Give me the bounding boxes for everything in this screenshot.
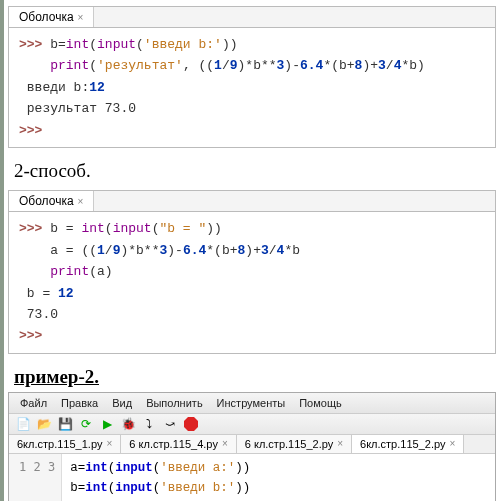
- menu-bar: Файл Правка Вид Выполнить Инструменты По…: [9, 393, 495, 414]
- shell1-tab-row: Оболочка ×: [9, 7, 495, 28]
- menu-view[interactable]: Вид: [105, 395, 139, 411]
- menu-tools[interactable]: Инструменты: [210, 395, 293, 411]
- close-icon[interactable]: ×: [337, 438, 343, 449]
- menu-run[interactable]: Выполнить: [139, 395, 209, 411]
- file-tab-row: 6кл.стр.115_1.py× 6 кл.стр.115_4.py× 6 к…: [9, 435, 495, 454]
- shell-block-1: Оболочка × >>> b=int(input('введи b:')) …: [8, 6, 496, 148]
- file-tab-0[interactable]: 6кл.стр.115_1.py×: [9, 435, 121, 453]
- line-gutter: 1 2 3: [9, 454, 62, 501]
- code-editor: Файл Правка Вид Выполнить Инструменты По…: [8, 392, 496, 501]
- close-icon[interactable]: ×: [78, 196, 84, 207]
- editor-body: 1 2 3 a=int(input('введи a:')) b=int(inp…: [9, 454, 495, 501]
- close-icon[interactable]: ×: [107, 438, 113, 449]
- prompt: >>>: [19, 37, 42, 52]
- close-icon[interactable]: ×: [222, 438, 228, 449]
- new-file-icon[interactable]: 📄: [15, 416, 31, 432]
- shell2-content: >>> b = int(input("b = ")) a = ((1/9)*b*…: [9, 212, 495, 353]
- shell2-tab-label: Оболочка: [19, 194, 74, 208]
- stop-icon[interactable]: [183, 416, 199, 432]
- step-icon[interactable]: ⤵: [141, 416, 157, 432]
- heading-method-2: 2-способ.: [4, 154, 500, 184]
- toolbar: 📄 📂 💾 ⟳ ▶ 🐞 ⤵ ⤻: [9, 414, 495, 435]
- step-over-icon[interactable]: ⤻: [162, 416, 178, 432]
- file-tab-3[interactable]: 6кл.стр.115_2.ру×: [352, 435, 464, 453]
- run-icon[interactable]: ▶: [99, 416, 115, 432]
- shell2-tab[interactable]: Оболочка ×: [9, 191, 94, 211]
- file-tab-1[interactable]: 6 кл.стр.115_4.py×: [121, 435, 236, 453]
- shell-block-2: Оболочка × >>> b = int(input("b = ")) a …: [8, 190, 496, 354]
- menu-edit[interactable]: Правка: [54, 395, 105, 411]
- menu-file[interactable]: Файл: [13, 395, 54, 411]
- shell1-tab-label: Оболочка: [19, 10, 74, 24]
- file-tab-2[interactable]: 6 кл.стр.115_2.ру×: [237, 435, 352, 453]
- close-icon[interactable]: ×: [449, 438, 455, 449]
- shell1-content: >>> b=int(input('введи b:')) print('резу…: [9, 28, 495, 147]
- save-icon[interactable]: 💾: [57, 416, 73, 432]
- shell1-tab[interactable]: Оболочка ×: [9, 7, 94, 27]
- menu-help[interactable]: Помощь: [292, 395, 349, 411]
- prompt: >>>: [19, 123, 42, 138]
- refresh-icon[interactable]: ⟳: [78, 416, 94, 432]
- svg-marker-0: [184, 417, 198, 431]
- open-file-icon[interactable]: 📂: [36, 416, 52, 432]
- heading-example-2: пример-2.: [4, 360, 500, 390]
- shell2-tab-row: Оболочка ×: [9, 191, 495, 212]
- debug-icon[interactable]: 🐞: [120, 416, 136, 432]
- prompt: >>>: [19, 221, 42, 236]
- editor-code[interactable]: a=int(input('введи a:')) b=int(input('вв…: [62, 454, 446, 501]
- close-icon[interactable]: ×: [78, 12, 84, 23]
- prompt: >>>: [19, 328, 42, 343]
